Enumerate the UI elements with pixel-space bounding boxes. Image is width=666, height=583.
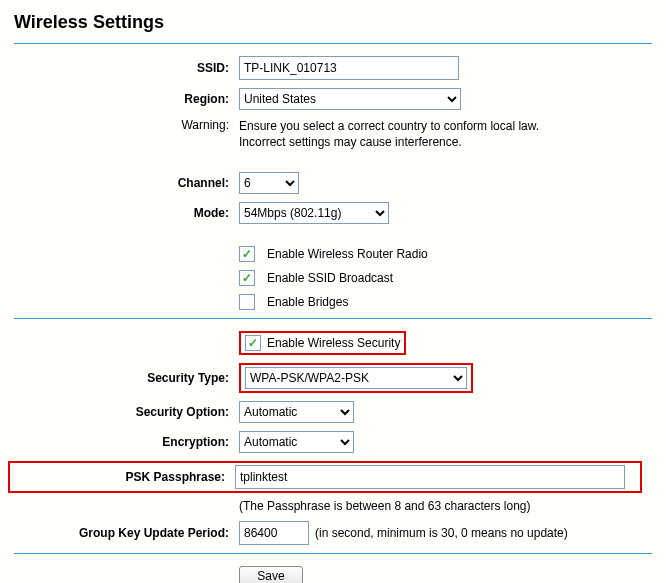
mode-select[interactable]: 54Mbps (802.11g): [239, 202, 389, 224]
divider-bottom: [14, 553, 652, 554]
divider-top: [14, 43, 652, 44]
label-mode: Mode:: [14, 206, 239, 220]
channel-select[interactable]: 6: [239, 172, 299, 194]
enable-radio-checkbox[interactable]: ✓: [239, 246, 255, 262]
label-channel: Channel:: [14, 176, 239, 190]
ssid-input[interactable]: [239, 56, 459, 80]
enable-ssid-checkbox[interactable]: ✓: [239, 270, 255, 286]
row-channel: Channel: 6: [14, 172, 652, 194]
enable-bridges-checkbox[interactable]: [239, 294, 255, 310]
enable-bridges-label: Enable Bridges: [267, 295, 348, 309]
row-mode: Mode: 54Mbps (802.11g): [14, 202, 652, 224]
page-title: Wireless Settings: [14, 12, 652, 33]
encryption-select[interactable]: Automatic: [239, 431, 354, 453]
psk-note: (The Passphrase is between 8 and 63 char…: [239, 499, 531, 513]
warning-text: Ensure you select a correct country to c…: [239, 118, 539, 150]
highlight-psk-row: PSK Passphrase:: [8, 461, 642, 493]
security-type-select[interactable]: WPA-PSK/WPA2-PSK: [245, 367, 467, 389]
label-warning: Warning:: [14, 118, 239, 132]
row-gkup: Group Key Update Period: (in second, min…: [14, 521, 652, 545]
row-enable-security: ✓ Enable Wireless Security: [14, 331, 652, 355]
label-region: Region:: [14, 92, 239, 106]
enable-ssid-label: Enable SSID Broadcast: [267, 271, 393, 285]
region-select[interactable]: United States: [239, 88, 461, 110]
row-region: Region: United States: [14, 88, 652, 110]
row-enable-radio: ✓ Enable Wireless Router Radio: [14, 246, 652, 262]
highlight-security-type: WPA-PSK/WPA2-PSK: [239, 363, 473, 393]
label-ssid: SSID:: [14, 61, 239, 75]
label-security-option: Security Option:: [14, 405, 239, 419]
security-option-select[interactable]: Automatic: [239, 401, 354, 423]
enable-security-label: Enable Wireless Security: [267, 336, 400, 350]
save-button[interactable]: Save: [239, 566, 303, 583]
gkup-input[interactable]: [239, 521, 309, 545]
row-security-type: Security Type: WPA-PSK/WPA2-PSK: [14, 363, 652, 393]
row-enable-ssid: ✓ Enable SSID Broadcast: [14, 270, 652, 286]
gkup-note: (in second, minimum is 30, 0 means no up…: [315, 526, 568, 540]
highlight-enable-security: ✓ Enable Wireless Security: [239, 331, 406, 355]
label-security-type: Security Type:: [14, 371, 239, 385]
row-psk-note: (The Passphrase is between 8 and 63 char…: [14, 499, 652, 513]
enable-security-checkbox[interactable]: ✓: [245, 335, 261, 351]
row-security-option: Security Option: Automatic: [14, 401, 652, 423]
enable-radio-label: Enable Wireless Router Radio: [267, 247, 428, 261]
label-encryption: Encryption:: [14, 435, 239, 449]
row-save: Save: [14, 566, 652, 583]
label-gkup: Group Key Update Period:: [14, 526, 239, 540]
row-encryption: Encryption: Automatic: [14, 431, 652, 453]
row-enable-bridges: Enable Bridges: [14, 294, 652, 310]
row-warning: Warning: Ensure you select a correct cou…: [14, 118, 652, 150]
row-ssid: SSID:: [14, 56, 652, 80]
label-psk: PSK Passphrase:: [14, 470, 235, 484]
psk-input[interactable]: [235, 465, 625, 489]
divider-mid: [14, 318, 652, 319]
